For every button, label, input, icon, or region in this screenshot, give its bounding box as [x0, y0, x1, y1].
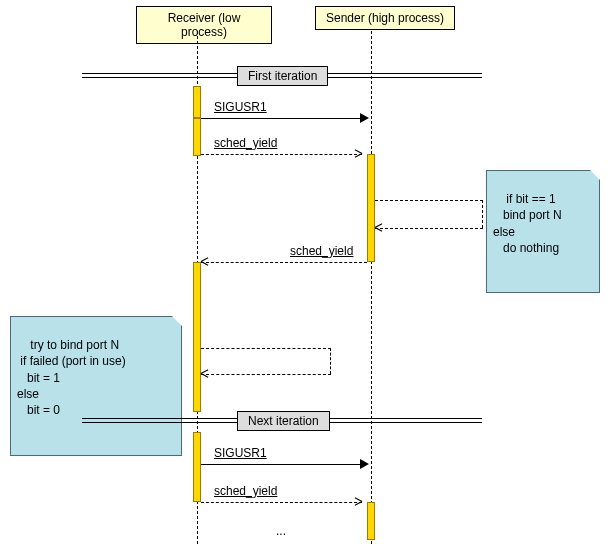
participant-sender: Sender (high process): [315, 6, 455, 30]
note-sender: if bit == 1 bind port N else do nothing: [486, 170, 600, 293]
arrow-sigusr1-2: [201, 464, 362, 465]
divider-next-iteration: Next iteration: [237, 411, 330, 431]
arrow-sigusr1-1: [201, 118, 362, 119]
note-receiver: try to bind port N if failed (port in us…: [10, 316, 182, 456]
msg-sched-yield-2: sched_yield: [290, 244, 353, 258]
msg-sigusr1-2: SIGUSR1: [214, 446, 267, 460]
activation-receiver-1b: [193, 118, 201, 156]
ellipsis: ...: [276, 524, 286, 538]
activation-sender-1: [367, 154, 375, 262]
arrow-sched-yield-3: [201, 502, 362, 503]
activation-receiver-2: [193, 262, 201, 412]
arrow-sched-yield-2: [201, 262, 367, 263]
activation-receiver-1: [193, 86, 201, 118]
note-sender-text: if bit == 1 bind port N else do nothing: [493, 192, 562, 255]
note-connector-sender-return: [375, 228, 483, 229]
arrow-sched-yield-1: [201, 154, 362, 155]
participant-receiver: Receiver (low process): [136, 6, 272, 44]
arrowhead: [360, 459, 369, 469]
sequence-diagram: Receiver (low process) Sender (high proc…: [0, 0, 614, 544]
lifeline-sender: [371, 31, 372, 544]
msg-sched-yield-3: sched_yield: [214, 484, 277, 498]
msg-sigusr1-1: SIGUSR1: [214, 100, 267, 114]
arrowhead: [360, 113, 369, 123]
msg-sched-yield-1: sched_yield: [214, 136, 277, 150]
activation-receiver-3: [193, 432, 201, 502]
self-msg-out: [201, 348, 331, 349]
note-connector-sender: [375, 200, 483, 201]
note-receiver-text: try to bind port N if failed (port in us…: [17, 338, 126, 417]
divider-first-iteration: First iteration: [237, 66, 328, 86]
activation-sender-2: [367, 502, 375, 540]
self-msg-back: [201, 374, 331, 375]
